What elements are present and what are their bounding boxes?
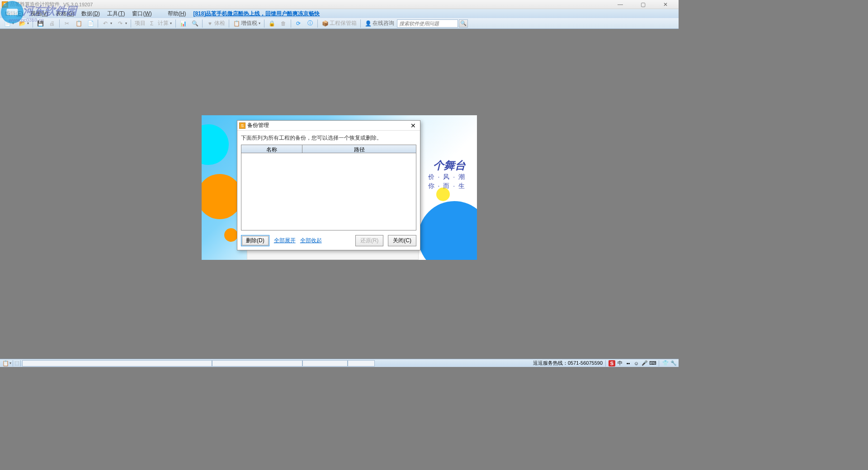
watermark-url: www.pc0359.cn	[9, 17, 44, 23]
check-button[interactable]: ♥ 体检	[204, 19, 227, 28]
ime-lang-icon[interactable]: 中	[617, 360, 623, 367]
dialog-message: 下面所列为所有工程的备份，您可以选择一个恢复或删除。	[241, 134, 416, 142]
status-field-4	[348, 360, 375, 367]
status-bar: 📋 ▾ ⬚ 逗逗服务热线：0571-56075590 S 中 •• ☺ 🎤 ⌨ …	[0, 359, 679, 367]
close-button[interactable]: 关闭(C)	[388, 235, 416, 246]
menu-bar: 编辑(E) 视图(V) 表格(G) 数据(D) 工具(T) 窗口(W) 帮助(H…	[0, 9, 679, 18]
banner-headline: 个舞台	[433, 158, 466, 173]
chart-button[interactable]: 📊	[178, 19, 189, 28]
menu-help[interactable]: 帮助(H)	[165, 9, 189, 19]
tax-button[interactable]: 📋 增值税▾	[231, 19, 262, 28]
hotline-text: 逗逗服务热线：0571-56075590	[533, 360, 603, 367]
calc-button[interactable]: 计算▾	[156, 19, 174, 28]
consult-button[interactable]: 👤 在线咨询	[363, 19, 396, 28]
print-button[interactable]: 🖨	[47, 19, 57, 28]
delete-button[interactable]: 删除(D)	[241, 235, 269, 246]
refresh-button[interactable]: ⟳	[293, 19, 304, 28]
toolbar: 📄▾ 📂▾ 💾 🖨 ✂ 📋 📄 ↶▾ ↷▾ 项目 Σ 计算▾ 📊 🔍 ♥ 体检 …	[0, 18, 679, 29]
info-button[interactable]: ⓘ	[305, 19, 316, 28]
ime-skin-icon[interactable]: 👕	[662, 360, 669, 367]
status-field-2	[212, 360, 302, 367]
column-path[interactable]: 路径	[302, 145, 416, 153]
find-button[interactable]: 🔍	[189, 19, 200, 28]
project-button[interactable]: 项目	[133, 19, 147, 28]
ime-voice-icon[interactable]: 🎤	[641, 360, 648, 367]
ime-keyboard-icon[interactable]: ⌨	[649, 360, 656, 367]
menu-tools[interactable]: 工具(T)	[104, 9, 127, 19]
banner-sub1: 价 · 风 · 潮	[428, 173, 466, 181]
ime-punct-icon[interactable]: ••	[625, 360, 632, 367]
delete-button[interactable]: 🗑	[278, 19, 289, 28]
undo-button[interactable]: ↶▾	[100, 19, 114, 28]
paste-button[interactable]: 📄	[85, 19, 96, 28]
collapse-all-link[interactable]: 全部收起	[300, 237, 322, 244]
backup-dialog: S 备份管理 ✕ 下面所列为所有工程的备份，您可以选择一个恢复或删除。 名称 路…	[237, 120, 420, 250]
status-icon[interactable]: 📋	[2, 360, 9, 367]
dialog-titlebar[interactable]: S 备份管理 ✕	[237, 121, 420, 131]
maximize-button[interactable]: ▢	[636, 1, 650, 8]
sigma-button[interactable]: Σ	[148, 19, 155, 28]
watermark-text: 河东软件园	[23, 4, 77, 18]
copy-button[interactable]: 📋	[73, 19, 84, 28]
search-input[interactable]	[397, 19, 458, 28]
close-button[interactable]: ✕	[659, 1, 672, 8]
promo-link[interactable]: [818]品茗手机微店酷热上线，回馈用户酷爽冻京畅快	[190, 9, 322, 19]
search-button[interactable]: 🔍	[459, 19, 468, 28]
banner-sub2: 你 · 而 · 生	[428, 182, 466, 190]
status-field-3	[302, 360, 348, 367]
menu-data[interactable]: 数据(D)	[79, 9, 103, 19]
menu-window[interactable]: 窗口(W)	[129, 9, 154, 19]
restore-button[interactable]: 还原(R)	[355, 235, 384, 246]
dialog-title-text: 备份管理	[247, 122, 269, 129]
ime-sogou-icon[interactable]: S	[609, 360, 615, 367]
lock-button[interactable]: 🔒	[266, 19, 277, 28]
expand-all-link[interactable]: 全部展开	[274, 237, 296, 244]
redo-button[interactable]: ↷▾	[115, 19, 129, 28]
status-field-1	[22, 360, 212, 367]
cut-button[interactable]: ✂	[61, 19, 72, 28]
backup-table[interactable]: 名称 路径	[241, 145, 416, 230]
minimize-button[interactable]: —	[613, 1, 627, 8]
title-bar: S 品茗胜算造价计控软件 V5.3.0.19207 — ▢ ✕	[0, 0, 679, 9]
dialog-icon: S	[239, 122, 245, 129]
ime-settings-icon[interactable]: 🔧	[670, 360, 677, 367]
dialog-close-button[interactable]: ✕	[408, 122, 418, 130]
project-mgmt-button[interactable]: 📦 工程保管箱	[320, 19, 359, 28]
ime-emoji-icon[interactable]: ☺	[633, 360, 640, 367]
column-name[interactable]: 名称	[241, 145, 302, 153]
